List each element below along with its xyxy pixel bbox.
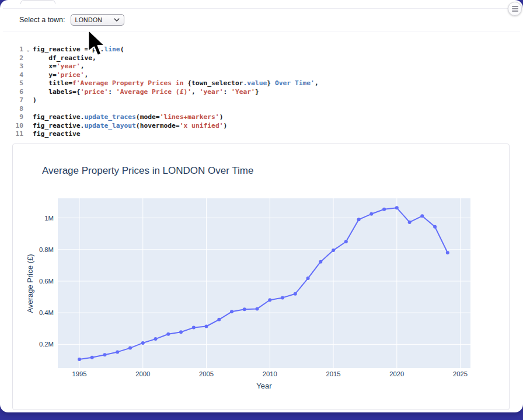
tab-remnant	[20, 0, 55, 4]
data-point-marker[interactable]	[103, 353, 107, 356]
line-number: 4	[8, 71, 23, 80]
x-tick-label: 2020	[389, 370, 404, 377]
data-point-marker[interactable]	[217, 318, 221, 321]
notebook-card: Select a town: LONDON 1⌄fig_reactive = p…	[0, 0, 523, 412]
line-number: 5	[8, 79, 23, 88]
data-point-marker[interactable]	[319, 260, 322, 264]
fold-gutter	[23, 62, 33, 71]
data-point-marker[interactable]	[332, 249, 335, 252]
select-a-town-label: Select a town:	[19, 16, 65, 24]
data-point-marker[interactable]	[344, 240, 348, 243]
data-point-marker[interactable]	[179, 330, 183, 334]
data-point-marker[interactable]	[141, 341, 145, 345]
menu-button[interactable]	[508, 2, 522, 16]
code-text: fig_reactive	[33, 130, 81, 139]
data-point-marker[interactable]	[357, 218, 361, 221]
fold-gutter	[23, 54, 33, 63]
y-tick-label: 1M	[44, 215, 54, 222]
line-number: 9	[8, 113, 23, 122]
data-point-marker[interactable]	[166, 332, 170, 336]
data-point-marker[interactable]	[433, 225, 437, 229]
chevron-down-icon	[114, 18, 120, 22]
code-text: y='price',	[33, 71, 88, 80]
code-text: x='year',	[33, 62, 84, 71]
fold-gutter	[23, 105, 33, 114]
data-point-marker[interactable]	[268, 298, 271, 302]
code-editor[interactable]: 1⌄fig_reactive = px.line(2 df_reactive,3…	[8, 46, 511, 139]
code-line: 10fig_reactive.update_layout(hovermode='…	[8, 122, 511, 131]
data-point-marker[interactable]	[243, 307, 246, 311]
code-line: 5 title=f'Average Property Prices in {to…	[8, 79, 511, 88]
code-line: 11fig_reactive	[8, 130, 511, 139]
plot-background[interactable]	[58, 198, 470, 368]
data-point-marker[interactable]	[395, 206, 399, 209]
x-tick-label: 1995	[72, 370, 86, 377]
town-selector-value: LONDON	[75, 16, 103, 23]
code-line: 7)	[8, 96, 511, 105]
data-point-marker[interactable]	[128, 346, 132, 350]
data-point-marker[interactable]	[78, 358, 81, 361]
y-tick-label: 0.2M	[39, 341, 54, 348]
fold-gutter	[23, 88, 33, 97]
data-point-marker[interactable]	[408, 220, 412, 224]
town-selector[interactable]: LONDON	[71, 14, 124, 26]
code-text: fig_reactive.update_layout(hovermode='x …	[33, 122, 227, 131]
data-point-marker[interactable]	[205, 325, 208, 328]
code-lines: 1⌄fig_reactive = px.line(2 df_reactive,3…	[8, 46, 511, 139]
code-line: 6 labels={'price': 'Average Price (£)', …	[8, 88, 511, 97]
y-tick-label: 0.8M	[39, 246, 54, 253]
x-axis-title: Year	[256, 382, 272, 390]
code-line: 4 y='price',	[8, 71, 511, 80]
fold-gutter	[23, 122, 33, 131]
code-text: )	[33, 96, 37, 105]
chart-output-cell: Average Property Prices in LONDON Over T…	[12, 144, 510, 410]
fold-gutter	[23, 79, 33, 88]
data-point-marker[interactable]	[446, 251, 449, 254]
line-number: 11	[8, 130, 23, 139]
fold-gutter	[23, 113, 33, 122]
fold-arrow-icon[interactable]: ⌄	[23, 46, 33, 54]
data-point-marker[interactable]	[256, 307, 259, 310]
x-tick-label: 2010	[263, 370, 277, 377]
x-tick-label: 2025	[453, 370, 468, 377]
line-number: 6	[8, 88, 23, 97]
data-point-marker[interactable]	[192, 326, 196, 330]
x-tick-label: 2015	[326, 370, 341, 377]
data-point-marker[interactable]	[294, 292, 297, 296]
code-line: 8	[8, 105, 511, 114]
y-tick-label: 0.4M	[39, 309, 54, 316]
data-point-marker[interactable]	[281, 296, 284, 299]
plotly-chart[interactable]: 19952000200520102015202020250.2M0.4M0.6M…	[13, 144, 509, 410]
data-point-marker[interactable]	[90, 356, 94, 359]
code-line: 3 x='year',	[8, 62, 511, 71]
x-tick-label: 2000	[135, 370, 150, 377]
line-number: 1	[8, 46, 23, 54]
data-point-marker[interactable]	[382, 208, 386, 211]
code-text: fig_reactive = px.line(	[33, 46, 124, 54]
mouse-cursor-icon	[86, 29, 106, 60]
code-text: labels={'price': 'Average Price (£)', 'y…	[33, 88, 259, 97]
fold-gutter	[23, 71, 33, 80]
line-number: 3	[8, 62, 23, 71]
data-point-marker[interactable]	[154, 337, 158, 341]
y-tick-label: 0.6M	[39, 278, 54, 285]
data-point-marker[interactable]	[116, 350, 119, 354]
data-point-marker[interactable]	[420, 214, 424, 218]
fold-gutter	[23, 96, 33, 105]
y-axis-title: Average Price (£)	[26, 254, 34, 313]
data-point-marker[interactable]	[230, 310, 233, 313]
code-line: 2 df_reactive,	[8, 54, 511, 63]
fold-gutter	[23, 130, 33, 139]
line-number: 7	[8, 96, 23, 105]
code-text: title=f'Average Property Prices in {town…	[33, 79, 319, 88]
code-line: 9fig_reactive.update_traces(mode='lines+…	[8, 113, 511, 122]
code-text: fig_reactive.update_traces(mode='lines+m…	[33, 113, 224, 122]
data-point-marker[interactable]	[369, 212, 373, 216]
line-number: 10	[8, 122, 23, 131]
line-number: 2	[8, 54, 23, 63]
data-point-marker[interactable]	[306, 276, 310, 280]
widget-divider	[3, 31, 520, 32]
town-selector-row: Select a town: LONDON	[0, 9, 523, 31]
x-tick-label: 2005	[199, 370, 214, 377]
code-line: 1⌄fig_reactive = px.line(	[8, 46, 511, 54]
